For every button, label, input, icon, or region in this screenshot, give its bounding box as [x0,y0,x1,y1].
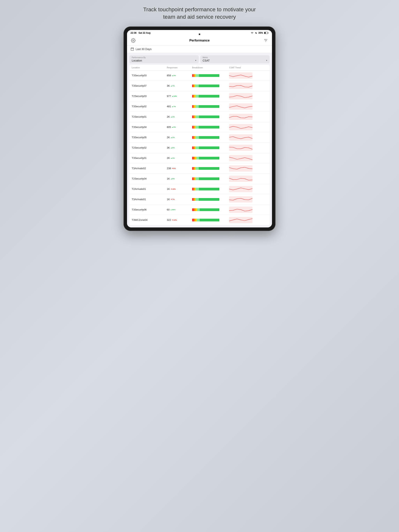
cell-breakdown [192,208,229,211]
settings-icon[interactable] [130,38,136,43]
bar-segment [192,198,193,201]
response-trend: ▲1% [170,137,175,139]
bar-segment [192,208,194,211]
cell-location: T3Security02 [132,105,167,108]
table-header: Location Responses Breakdown CSAT Trend … [129,65,270,70]
bar-segment [194,157,195,159]
cell-breakdown [192,219,229,222]
response-trend: ▲1% [170,116,175,118]
svg-point-8 [266,40,267,41]
bar-segment [196,146,199,149]
col-responses: Responses [167,66,192,69]
cell-location: T3Arrivals02 [132,167,167,170]
table-row[interactable]: T2Security03977 ▲14%89% ▼ [129,91,270,101]
cell-location: T3Security01 [132,157,167,159]
response-trend: ▲7% [170,85,175,87]
cell-csat-trend [229,207,266,213]
response-trend: ▲1% [170,157,175,159]
moon-icon [255,32,257,34]
cell-breakdown [192,167,229,170]
table-row[interactable]: T3WCZone04322 ▼12%83% ▲ [129,215,270,225]
response-trend: ▼12% [172,219,177,221]
col-location: Location [132,66,167,69]
svg-point-3 [133,40,134,41]
table-row[interactable]: T3Security012K ▲1%88% ▼ [129,153,270,163]
svg-rect-14 [229,83,252,89]
cell-csat-trend [229,114,266,120]
calendar-icon [130,47,134,51]
bar-segment [199,105,219,108]
table-row[interactable]: T2Security041K ▲8%87% ▼ [129,174,270,184]
performance-by-filter[interactable]: Performance By Location ▾ [129,55,199,63]
cell-csat: 88% ▼ [266,146,270,149]
table-row[interactable]: T3Security02481 ▲7%89% ▼ [129,101,270,112]
cell-responses: 3K ▲6% [167,146,192,149]
response-trend: ▲14% [172,95,177,97]
status-time: 22:36 [130,32,137,34]
cell-csat-trend [229,176,266,182]
cell-location: T3Security06 [132,208,167,211]
svg-rect-23 [229,176,252,182]
cell-breakdown [192,136,229,139]
response-trend: ▲40% [170,209,175,211]
cell-breakdown [192,115,229,118]
col-csat: CSAT [266,66,270,69]
cell-csat-trend [229,103,266,110]
date-filter-bar[interactable]: Last 30 Days [127,45,272,53]
cell-responses: 2K ▲1% [167,157,192,159]
bar-segment [199,157,219,159]
bar-segment [196,157,199,159]
svg-rect-2 [264,32,265,33]
cell-responses: 1K ▼7% [167,198,192,201]
cell-responses: 805 ▲3% [167,126,192,128]
cell-responses: 1K ▼15% [167,188,192,190]
bar-segment [199,136,219,139]
cell-csat-trend [229,83,266,89]
camera-notch [199,33,200,35]
cell-csat-trend [229,93,266,99]
table-row[interactable]: T3Security073K ▲7%90% ▼ [129,81,270,91]
bar-segment [192,177,193,180]
bar-segment [196,188,199,190]
bar-segment [192,219,194,222]
col-csat-trend: CSAT Trend [229,66,266,69]
cell-location: T3Security07 [132,84,167,87]
cell-location: T2Security01 [132,115,167,118]
bar-segment [195,136,199,139]
table-row[interactable]: T3Security0660 ▲40%83% ▼ [129,205,270,215]
table-row[interactable]: T3Security04805 ▲3%88% ▼ [129,122,270,133]
table-row[interactable]: T2Security012K ▲1%89% ▼ [129,112,270,122]
filter-icon[interactable] [263,38,269,43]
bar-segment [195,126,199,128]
bar-segment [196,74,199,77]
bar-segment [192,126,193,128]
table-row[interactable]: T2Security023K ▲6%88% ▼ [129,143,270,153]
table-row[interactable]: T2Arrivals011K ▼15%87% ▲ [129,184,270,194]
table-row[interactable]: T3Security03858 ▲3%90% ▼ [129,70,270,81]
bar-segment [195,198,199,201]
cell-breakdown [192,177,229,180]
cell-responses: 238 ▼6% [167,167,192,170]
bar-segment [197,219,200,222]
metric-filter[interactable]: Metric CSAT ▾ [200,55,270,63]
cell-csat: 83% ▼ [266,208,270,211]
table-row[interactable]: T3Arrivals011K ▼7%87% ▲ [129,194,270,205]
bar-segment [195,84,199,87]
cell-breakdown [192,84,229,87]
bar-segment [197,208,200,211]
tablet-screen: 22:36 Sat 22 Aug 35% [127,30,272,228]
performance-by-label: Performance By [132,57,196,59]
cell-csat: 87% ▲ [266,198,270,201]
bar-segment [199,167,219,170]
cell-breakdown [192,188,229,190]
bar-segment [199,74,219,77]
table-row[interactable]: T3Security052K ▲1%88% ▼ [129,133,270,143]
cell-csat: 89% ▼ [266,105,270,108]
svg-rect-9 [131,48,134,51]
bar-segment [195,115,199,118]
cell-csat-trend [229,186,266,192]
cell-location: T2Security03 [132,95,167,98]
response-trend: ▼7% [170,198,175,200]
cell-csat-trend [229,217,266,223]
table-row[interactable]: T3Arrivals02238 ▼6%88% ▲ [129,163,270,174]
